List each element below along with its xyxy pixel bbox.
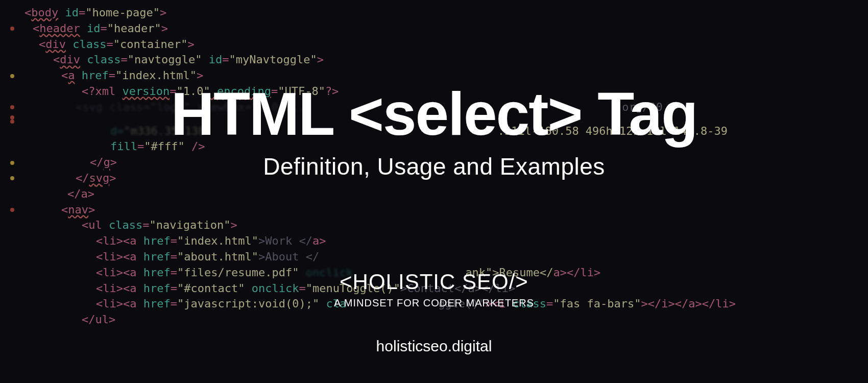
hero-subtitle: Definition, Usage and Examples (263, 153, 605, 180)
brand-tagline: A MINDSET FOR CODER MARKETERS (0, 297, 868, 309)
hero-title: HTML <select> Tag (171, 79, 697, 149)
brand-name: <HOLISTIC SEO/> (0, 270, 868, 294)
hero-overlay: HTML <select> Tag Definition, Usage and … (0, 0, 868, 383)
brand-block: <HOLISTIC SEO/> A MINDSET FOR CODER MARK… (0, 270, 868, 309)
brand-domain: holisticseo.digital (0, 338, 868, 355)
